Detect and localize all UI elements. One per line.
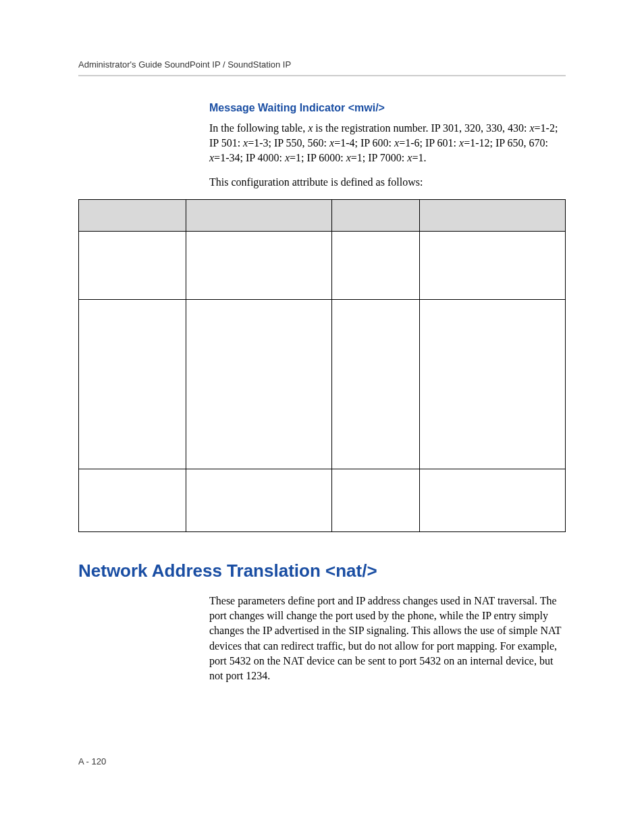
table-cell (419, 232, 565, 300)
table-cell (331, 232, 419, 300)
table-header-row (79, 200, 566, 232)
table-cell (419, 300, 565, 469)
page-content: Administrator's Guide SoundPoint IP / So… (0, 0, 644, 683)
table-row (79, 469, 566, 532)
table-cell (419, 469, 565, 532)
intro-text: =1-12; IP 650, 670: (464, 137, 548, 149)
intro-text: =1; IP 6000: (290, 152, 346, 163)
section-heading: Network Address Translation <nat/> (78, 561, 566, 581)
attribute-table (78, 199, 566, 532)
intro-text: =1-4; IP 600: (334, 137, 394, 149)
page-number: A - 120 (78, 756, 106, 766)
italic-x: x (346, 152, 351, 163)
intro-text: is the registration number. IP 301, 320,… (313, 122, 529, 134)
table-row (79, 300, 566, 469)
italic-x: x (529, 122, 534, 134)
table-cell (186, 469, 331, 532)
intro-text: =1-6; IP 601: (399, 137, 459, 149)
body-block-2: These parameters define port and IP addr… (209, 594, 566, 683)
table-cell (331, 300, 419, 469)
intro-text: =1-34; IP 4000: (214, 152, 285, 163)
intro-paragraph-2: This configuration attribute is defined … (209, 175, 566, 190)
subsection-heading: Message Waiting Indicator <mwi/> (209, 102, 566, 114)
intro-text: In the following table, (209, 122, 308, 134)
table-cell (79, 300, 186, 469)
table-cell (79, 469, 186, 532)
table-cell (79, 232, 186, 300)
table-header-cell (331, 200, 419, 232)
intro-paragraph-1: In the following table, x is the registr… (209, 121, 566, 165)
table-header-cell (186, 200, 331, 232)
body-block-1: Message Waiting Indicator <mwi/> In the … (209, 102, 566, 190)
table-cell (186, 300, 331, 469)
table-cell (186, 232, 331, 300)
section-body-paragraph: These parameters define port and IP addr… (209, 594, 566, 683)
table-header-cell (79, 200, 186, 232)
table-cell (331, 469, 419, 532)
intro-text: =1. (412, 152, 426, 163)
intro-text: =1; IP 7000: (351, 152, 408, 163)
table-row (79, 232, 566, 300)
intro-text: =1-3; IP 550, 560: (248, 137, 329, 149)
table-header-cell (419, 200, 565, 232)
running-header: Administrator's Guide SoundPoint IP / So… (78, 59, 566, 76)
